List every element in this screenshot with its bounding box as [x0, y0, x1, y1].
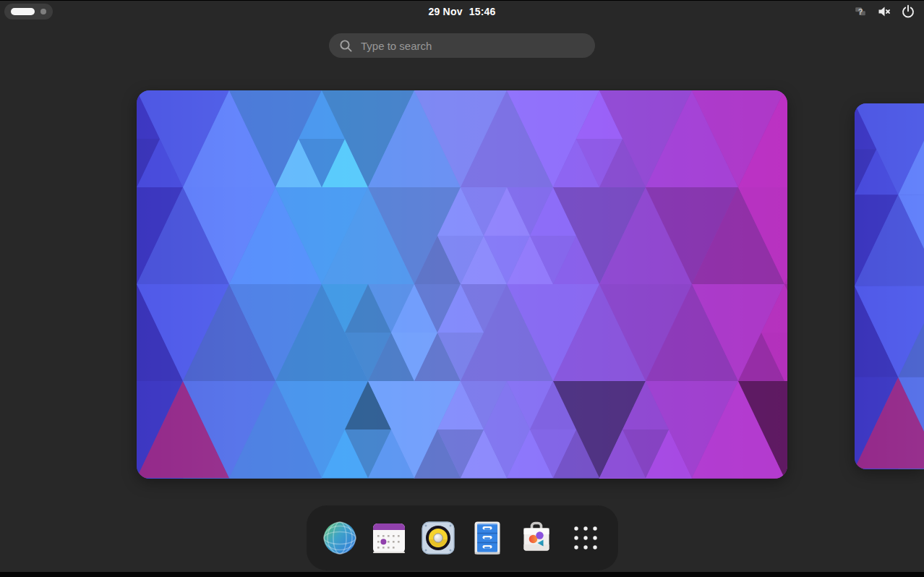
volume-muted-icon[interactable] [877, 4, 891, 19]
dock-item-web-browser[interactable] [320, 518, 360, 558]
clock-date: 29 Nov [429, 6, 463, 17]
search-input[interactable] [359, 39, 588, 53]
search-icon [339, 39, 353, 53]
search-entry[interactable] [329, 33, 595, 58]
quick-settings-area[interactable]: ? [853, 1, 918, 22]
wallpaper-triangles [855, 103, 924, 469]
top-bar: 29 Nov 15:46 ? [0, 1, 924, 22]
dock-item-calendar[interactable] [369, 518, 409, 558]
shopping-bag-icon [519, 521, 554, 555]
dock-item-show-apps[interactable] [565, 518, 606, 558]
clock-button[interactable]: 29 Nov 15:46 [0, 1, 924, 22]
dash [307, 505, 618, 570]
workspace-thumbnail-next[interactable] [855, 103, 924, 469]
file-cabinet-icon [470, 521, 505, 555]
dock-item-files[interactable] [467, 518, 508, 558]
gnome-overview-screen: 29 Nov 15:46 ? [0, 0, 924, 577]
clock-time: 15:46 [469, 6, 496, 17]
workspace-thumbnail-active[interactable] [137, 90, 787, 479]
svg-text:?: ? [858, 7, 863, 16]
monitor-bottom-strip [0, 572, 924, 577]
dock-item-music-player[interactable] [418, 518, 458, 558]
speaker-icon [421, 521, 455, 555]
calendar-icon [372, 521, 406, 555]
app-grid-icon [570, 522, 602, 554]
dock-item-software-store[interactable] [516, 518, 557, 558]
network-unknown-icon[interactable]: ? [853, 4, 868, 19]
power-icon[interactable] [901, 4, 915, 19]
globe-icon [322, 521, 357, 555]
wallpaper-triangles [137, 90, 787, 479]
